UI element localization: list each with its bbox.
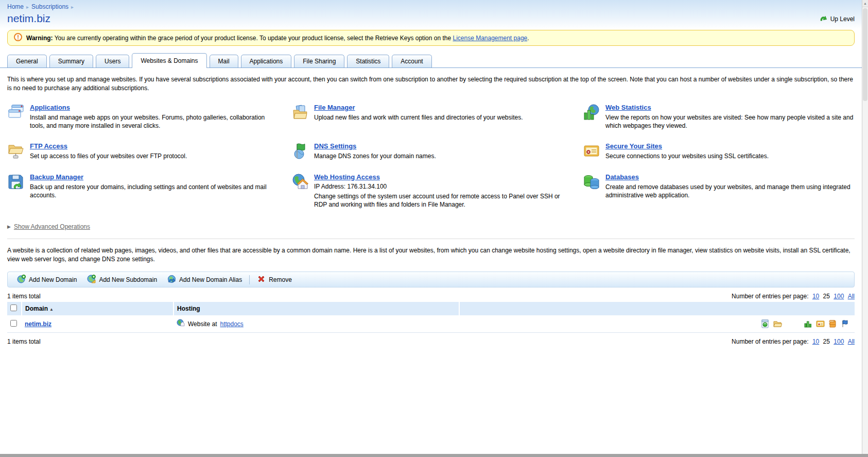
databases-icon[interactable]	[583, 173, 600, 191]
file-manager-link[interactable]: File Manager	[314, 104, 523, 111]
items-total: 1 items total	[7, 293, 41, 300]
ftp-access-link[interactable]: FTP Access	[30, 142, 187, 150]
website-icon	[177, 319, 185, 329]
add-new-domain-button[interactable]: Add New Domain	[12, 272, 82, 287]
dns-settings-icon[interactable]	[291, 142, 309, 160]
warning-body: You are currently operating within the g…	[53, 35, 453, 42]
add-domain-icon	[17, 275, 26, 285]
entries-per-page: Number of entries per page: 10 25 100 Al…	[730, 293, 855, 300]
horizontal-scrollbar[interactable]	[0, 454, 868, 457]
breadcrumb-separator-icon: ▸	[71, 4, 74, 10]
tab-mail[interactable]: Mail	[210, 55, 238, 67]
table-header-row: Domain▲ Hosting	[7, 302, 855, 315]
per-page-25-current: 25	[823, 293, 830, 300]
hosting-type-text: Website at	[188, 320, 217, 328]
applications-link[interactable]: Applications	[30, 104, 278, 111]
databases-link[interactable]: Databases	[605, 173, 854, 181]
per-page-10-bottom[interactable]: 10	[812, 338, 819, 345]
remove-button[interactable]: Remove	[252, 272, 297, 287]
backup-manager-link[interactable]: Backup Manager	[30, 173, 278, 181]
table-row: netim.biz Website at httpdocs	[7, 315, 855, 333]
up-level-icon	[820, 14, 828, 24]
domain-name-link[interactable]: netim.biz	[25, 320, 51, 328]
open-site-icon[interactable]	[761, 319, 770, 328]
scroll-up-arrow-icon[interactable]: ▲	[862, 0, 868, 7]
web-hosting-ip-address: IP Address: 176.31.34.100	[314, 183, 562, 190]
web-hosting-access-link[interactable]: Web Hosting Access	[314, 173, 562, 181]
tab-users[interactable]: Users	[96, 55, 129, 67]
feature-web-hosting-access: Web Hosting Access IP Address: 176.31.34…	[291, 173, 583, 209]
select-all-checkbox[interactable]	[10, 304, 17, 311]
file-manager-icon[interactable]	[291, 104, 309, 121]
page-title: netim.biz	[7, 12, 50, 25]
databases-desc: Create and remove databases used by your…	[605, 183, 854, 199]
add-subdomain-icon	[87, 275, 96, 285]
websites-list-intro: A website is a collection of related web…	[7, 246, 855, 263]
web-hosting-access-icon[interactable]	[291, 173, 309, 191]
up-level-label: Up Level	[830, 15, 855, 23]
warning-label: Warning:	[26, 35, 53, 42]
per-page-10[interactable]: 10	[812, 293, 819, 300]
feature-secure-your-sites: Secure Your Sites Secure connections to …	[583, 142, 855, 160]
per-page-100[interactable]: 100	[834, 293, 844, 300]
pager-bottom: 1 items total Number of entries per page…	[7, 338, 855, 345]
tab-applications[interactable]: Applications	[241, 55, 292, 67]
vertical-scrollbar[interactable]: ▲	[862, 0, 868, 454]
tab-general[interactable]: General	[7, 55, 47, 67]
warning-suffix: .	[527, 35, 529, 42]
dns-settings-link[interactable]: DNS Settings	[314, 142, 436, 150]
httpdocs-link[interactable]: httpdocs	[220, 320, 243, 328]
statistics-icon[interactable]	[804, 319, 812, 328]
tab-statistics[interactable]: Statistics	[347, 55, 389, 67]
secure-your-sites-link[interactable]: Secure Your Sites	[605, 142, 769, 150]
per-page-all-bottom[interactable]: All	[848, 338, 855, 345]
dns-zone-icon[interactable]	[841, 319, 849, 328]
web-statistics-icon[interactable]	[583, 104, 600, 121]
backup-manager-icon[interactable]	[7, 173, 25, 191]
row-checkbox[interactable]	[10, 320, 17, 327]
open-folder-icon[interactable]	[773, 319, 782, 328]
entries-per-page-label: Number of entries per page:	[732, 293, 808, 300]
ftp-access-desc: Set up access to files of your websites …	[30, 152, 187, 160]
feature-grid: Applications Install and manage web apps…	[7, 104, 855, 209]
tab-file-sharing[interactable]: File Sharing	[294, 55, 344, 67]
web-statistics-link[interactable]: Web Statistics	[605, 104, 854, 111]
feature-backup-manager: Backup Manager Back up and restore your …	[7, 173, 291, 209]
feature-ftp-access: FTP Access Set up access to files of you…	[7, 142, 291, 160]
applications-icon[interactable]	[7, 104, 25, 121]
tab-summary[interactable]: Summary	[49, 55, 93, 67]
per-page-all[interactable]: All	[848, 293, 855, 300]
ftp-access-icon[interactable]	[7, 142, 25, 160]
feature-file-manager: File Manager Upload new files and work w…	[291, 104, 583, 130]
web-server-logs-icon[interactable]	[828, 319, 837, 328]
secure-your-sites-desc: Secure connections to your websites usin…	[605, 152, 769, 160]
breadcrumb-subscriptions[interactable]: Subscriptions	[31, 3, 68, 10]
tab-intro-text: This is where you set up and manage webs…	[7, 75, 855, 92]
items-total-bottom: 1 items total	[7, 338, 41, 345]
show-advanced-operations-link[interactable]: Show Advanced Operations	[14, 223, 90, 230]
domains-toolbar: Add New Domain Add New Subdomain Add New…	[7, 272, 855, 287]
add-new-domain-alias-button[interactable]: Add New Domain Alias	[162, 272, 247, 287]
tab-websites-domains[interactable]: Websites & Domains	[132, 53, 206, 68]
page-header: Home▸Subscriptions▸ netim.biz Up Level	[0, 0, 862, 29]
per-page-100-bottom[interactable]: 100	[834, 338, 844, 345]
add-new-subdomain-label: Add New Subdomain	[99, 276, 157, 283]
up-level-button[interactable]: Up Level	[820, 14, 855, 25]
warning-text: Warning: You are currently operating wit…	[26, 35, 529, 42]
domain-column-sort[interactable]: Domain▲	[25, 305, 54, 312]
section-divider	[7, 239, 855, 239]
breadcrumb-home[interactable]: Home	[7, 3, 24, 10]
add-new-domain-label: Add New Domain	[29, 276, 77, 283]
feature-databases: Databases Create and remove databases us…	[583, 173, 855, 209]
vertical-scrollbar-thumb[interactable]	[863, 8, 867, 101]
add-new-subdomain-button[interactable]: Add New Subdomain	[82, 272, 162, 287]
web-statistics-desc: View the reports on how your websites ar…	[605, 113, 854, 130]
applications-desc: Install and manage web apps on your webs…	[30, 113, 278, 130]
license-management-link[interactable]: License Management page	[453, 35, 527, 42]
tab-account[interactable]: Account	[392, 55, 431, 67]
ssl-certificate-icon[interactable]	[816, 319, 825, 328]
web-hosting-access-desc: Change settings of the system user accou…	[314, 192, 562, 209]
secure-your-sites-icon[interactable]	[583, 142, 600, 160]
feature-applications: Applications Install and manage web apps…	[7, 104, 291, 130]
sort-ascending-icon: ▲	[49, 307, 54, 312]
